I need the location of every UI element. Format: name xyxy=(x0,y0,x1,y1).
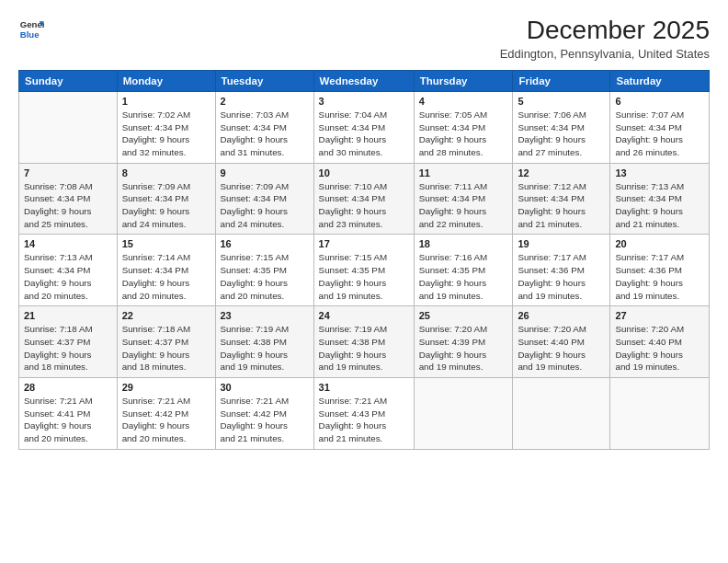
table-row: 12Sunrise: 7:12 AM Sunset: 4:34 PM Dayli… xyxy=(513,163,610,235)
day-number: 24 xyxy=(319,310,409,321)
day-number: 1 xyxy=(122,96,210,107)
table-row: 18Sunrise: 7:16 AM Sunset: 4:35 PM Dayli… xyxy=(414,235,513,306)
day-number: 3 xyxy=(319,96,409,107)
svg-text:Blue: Blue xyxy=(20,29,40,40)
table-row: 20Sunrise: 7:17 AM Sunset: 4:36 PM Dayli… xyxy=(610,235,710,306)
day-info: Sunrise: 7:20 AM Sunset: 4:40 PM Dayligh… xyxy=(615,323,704,373)
table-row: 29Sunrise: 7:21 AM Sunset: 4:42 PM Dayli… xyxy=(117,378,215,450)
table-row: 14Sunrise: 7:13 AM Sunset: 4:34 PM Dayli… xyxy=(19,235,118,306)
day-number: 4 xyxy=(419,96,508,107)
day-number: 11 xyxy=(419,167,508,178)
table-row: 19Sunrise: 7:17 AM Sunset: 4:36 PM Dayli… xyxy=(513,235,610,306)
day-number: 10 xyxy=(319,167,409,178)
day-info: Sunrise: 7:10 AM Sunset: 4:34 PM Dayligh… xyxy=(319,180,409,231)
day-info: Sunrise: 7:19 AM Sunset: 4:38 PM Dayligh… xyxy=(221,323,309,373)
day-info: Sunrise: 7:15 AM Sunset: 4:35 PM Dayligh… xyxy=(221,251,309,302)
day-number: 7 xyxy=(24,167,112,178)
header: General Blue December 2025 Eddington, Pe… xyxy=(18,17,710,61)
day-number: 18 xyxy=(419,238,508,249)
day-info: Sunrise: 7:21 AM Sunset: 4:42 PM Dayligh… xyxy=(122,395,210,445)
table-row: 30Sunrise: 7:21 AM Sunset: 4:42 PM Dayli… xyxy=(215,378,313,450)
calendar-week-row: 28Sunrise: 7:21 AM Sunset: 4:41 PM Dayli… xyxy=(19,378,710,450)
day-info: Sunrise: 7:04 AM Sunset: 4:34 PM Dayligh… xyxy=(319,109,409,159)
day-info: Sunrise: 7:09 AM Sunset: 4:34 PM Dayligh… xyxy=(122,180,210,231)
day-number: 30 xyxy=(221,382,309,393)
table-row: 27Sunrise: 7:20 AM Sunset: 4:40 PM Dayli… xyxy=(610,306,710,378)
page: General Blue December 2025 Eddington, Pe… xyxy=(0,0,728,563)
table-row: 13Sunrise: 7:13 AM Sunset: 4:34 PM Dayli… xyxy=(610,163,710,235)
table-row: 10Sunrise: 7:10 AM Sunset: 4:34 PM Dayli… xyxy=(313,163,414,235)
table-row: 24Sunrise: 7:19 AM Sunset: 4:38 PM Dayli… xyxy=(313,306,414,378)
day-number: 16 xyxy=(221,238,309,249)
svg-text:General: General xyxy=(20,19,44,29)
day-info: Sunrise: 7:21 AM Sunset: 4:41 PM Dayligh… xyxy=(24,395,112,445)
table-row xyxy=(610,378,710,450)
day-info: Sunrise: 7:18 AM Sunset: 4:37 PM Dayligh… xyxy=(24,323,112,373)
day-number: 9 xyxy=(221,167,309,178)
calendar-header-row: Sunday Monday Tuesday Wednesday Thursday… xyxy=(19,70,710,91)
table-row xyxy=(19,91,118,163)
table-row: 25Sunrise: 7:20 AM Sunset: 4:39 PM Dayli… xyxy=(414,306,513,378)
col-saturday: Saturday xyxy=(610,70,710,91)
day-number: 31 xyxy=(319,382,409,393)
day-number: 25 xyxy=(419,310,508,321)
table-row: 21Sunrise: 7:18 AM Sunset: 4:37 PM Dayli… xyxy=(19,306,118,378)
col-friday: Friday xyxy=(513,70,610,91)
day-info: Sunrise: 7:20 AM Sunset: 4:39 PM Dayligh… xyxy=(419,323,508,373)
calendar-table: Sunday Monday Tuesday Wednesday Thursday… xyxy=(18,70,710,450)
col-thursday: Thursday xyxy=(414,70,513,91)
day-info: Sunrise: 7:06 AM Sunset: 4:34 PM Dayligh… xyxy=(518,109,605,159)
month-title: December 2025 xyxy=(500,17,710,45)
table-row: 26Sunrise: 7:20 AM Sunset: 4:40 PM Dayli… xyxy=(513,306,610,378)
day-number: 6 xyxy=(615,96,704,107)
col-sunday: Sunday xyxy=(19,70,118,91)
day-number: 17 xyxy=(319,238,409,249)
table-row: 17Sunrise: 7:15 AM Sunset: 4:35 PM Dayli… xyxy=(313,235,414,306)
day-number: 5 xyxy=(518,96,605,107)
day-info: Sunrise: 7:09 AM Sunset: 4:34 PM Dayligh… xyxy=(221,180,309,231)
table-row xyxy=(513,378,610,450)
table-row: 28Sunrise: 7:21 AM Sunset: 4:41 PM Dayli… xyxy=(19,378,118,450)
table-row: 23Sunrise: 7:19 AM Sunset: 4:38 PM Dayli… xyxy=(215,306,313,378)
day-info: Sunrise: 7:21 AM Sunset: 4:42 PM Dayligh… xyxy=(221,395,309,445)
logo: General Blue xyxy=(18,17,44,42)
day-number: 23 xyxy=(221,310,309,321)
table-row: 4Sunrise: 7:05 AM Sunset: 4:34 PM Daylig… xyxy=(414,91,513,163)
day-info: Sunrise: 7:08 AM Sunset: 4:34 PM Dayligh… xyxy=(24,180,112,231)
table-row: 6Sunrise: 7:07 AM Sunset: 4:34 PM Daylig… xyxy=(610,91,710,163)
day-number: 14 xyxy=(24,238,112,249)
day-info: Sunrise: 7:16 AM Sunset: 4:35 PM Dayligh… xyxy=(419,251,508,302)
table-row: 22Sunrise: 7:18 AM Sunset: 4:37 PM Dayli… xyxy=(117,306,215,378)
table-row: 7Sunrise: 7:08 AM Sunset: 4:34 PM Daylig… xyxy=(19,163,118,235)
col-tuesday: Tuesday xyxy=(215,70,313,91)
day-number: 2 xyxy=(221,96,309,107)
day-number: 20 xyxy=(615,238,704,249)
day-number: 15 xyxy=(122,238,210,249)
table-row: 2Sunrise: 7:03 AM Sunset: 4:34 PM Daylig… xyxy=(215,91,313,163)
day-number: 12 xyxy=(518,167,605,178)
day-number: 13 xyxy=(615,167,704,178)
day-info: Sunrise: 7:02 AM Sunset: 4:34 PM Dayligh… xyxy=(122,109,210,159)
table-row: 3Sunrise: 7:04 AM Sunset: 4:34 PM Daylig… xyxy=(313,91,414,163)
day-info: Sunrise: 7:05 AM Sunset: 4:34 PM Dayligh… xyxy=(419,109,508,159)
table-row: 9Sunrise: 7:09 AM Sunset: 4:34 PM Daylig… xyxy=(215,163,313,235)
calendar-week-row: 21Sunrise: 7:18 AM Sunset: 4:37 PM Dayli… xyxy=(19,306,710,378)
day-info: Sunrise: 7:18 AM Sunset: 4:37 PM Dayligh… xyxy=(122,323,210,373)
day-info: Sunrise: 7:17 AM Sunset: 4:36 PM Dayligh… xyxy=(615,251,704,302)
day-info: Sunrise: 7:21 AM Sunset: 4:43 PM Dayligh… xyxy=(319,395,409,445)
logo-icon: General Blue xyxy=(18,17,44,42)
day-info: Sunrise: 7:14 AM Sunset: 4:34 PM Dayligh… xyxy=(122,251,210,302)
calendar-week-row: 7Sunrise: 7:08 AM Sunset: 4:34 PM Daylig… xyxy=(19,163,710,235)
day-number: 21 xyxy=(24,310,112,321)
title-block: December 2025 Eddington, Pennsylvania, U… xyxy=(500,17,710,61)
location: Eddington, Pennsylvania, United States xyxy=(500,47,710,61)
day-number: 28 xyxy=(24,382,112,393)
table-row xyxy=(414,378,513,450)
day-info: Sunrise: 7:07 AM Sunset: 4:34 PM Dayligh… xyxy=(615,109,704,159)
day-number: 29 xyxy=(122,382,210,393)
col-wednesday: Wednesday xyxy=(313,70,414,91)
day-number: 22 xyxy=(122,310,210,321)
day-number: 27 xyxy=(615,310,704,321)
day-number: 8 xyxy=(122,167,210,178)
day-info: Sunrise: 7:13 AM Sunset: 4:34 PM Dayligh… xyxy=(24,251,112,302)
